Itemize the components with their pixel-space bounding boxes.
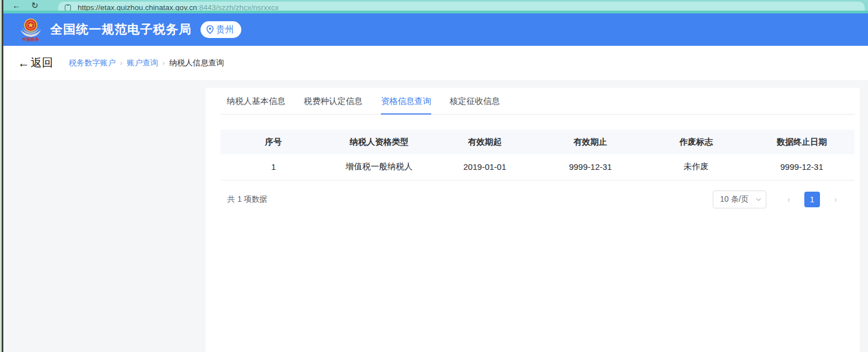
breadcrumb-bar: ← 返回 税务数字账户 › 账户查询 › 纳税人信息查询 — [0, 46, 868, 80]
site-info-icon[interactable] — [65, 4, 71, 11]
breadcrumb-separator-icon: › — [120, 59, 122, 67]
cell-seq: 1 — [221, 154, 326, 180]
prev-page-button[interactable]: ‹ — [781, 192, 797, 207]
breadcrumb-item-account-query[interactable]: 账户查询 — [127, 58, 158, 68]
browser-toolbar: ← ↻ https://etax.guizhou.chinatax.gov.cn… — [0, 0, 868, 11]
total-count-label: 共 1 项数据 — [227, 194, 268, 204]
col-void-flag: 作废标志 — [643, 130, 749, 154]
svg-text:中国税务: 中国税务 — [22, 37, 40, 42]
tab-taxpayer-basic-info[interactable]: 纳税人基本信息 — [227, 96, 285, 114]
col-data-end-date: 数据终止日期 — [749, 130, 855, 154]
query-result-card: 纳税人基本信息 税费种认定信息 资格信息查询 核定征收信息 序号 纳税人资格类型… — [206, 88, 860, 352]
app-header: 中国税务 全国统一规范电子税务局 贵州 — [0, 13, 868, 46]
col-qualification-type: 纳税人资格类型 — [326, 130, 432, 154]
col-valid-from: 有效期起 — [432, 130, 537, 154]
location-pin-icon — [206, 25, 214, 34]
browser-back-icon[interactable]: ← — [12, 0, 21, 11]
qualification-table: 序号 纳税人资格类型 有效期起 有效期止 作废标志 数据终止日期 1 增值税一般… — [221, 130, 855, 180]
back-button[interactable]: ← 返回 — [18, 55, 53, 70]
table-row: 1 增值税一般纳税人 2019-01-01 9999-12-31 未作废 999… — [221, 154, 855, 180]
breadcrumb-item-digital-account[interactable]: 税务数字账户 — [69, 58, 116, 68]
table-header-row: 序号 纳税人资格类型 有效期起 有效期止 作废标志 数据终止日期 — [221, 130, 855, 154]
app-title: 全国统一规范电子税务局 — [50, 21, 192, 38]
breadcrumb-separator-icon: › — [163, 59, 165, 67]
col-seq: 序号 — [221, 130, 326, 154]
location-label: 贵州 — [216, 24, 234, 36]
location-badge[interactable]: 贵州 — [201, 21, 241, 38]
tab-assessed-collection[interactable]: 核定征收信息 — [450, 96, 500, 114]
page-1-button[interactable]: 1 — [804, 192, 820, 207]
tax-bureau-logo-icon: 中国税务 — [18, 17, 43, 42]
breadcrumb-item-current: 纳税人信息查询 — [169, 58, 224, 68]
page-size-value: 10 条/页 — [720, 194, 756, 204]
page-content: 纳税人基本信息 税费种认定信息 资格信息查询 核定征收信息 序号 纳税人资格类型… — [0, 80, 868, 352]
browser-reload-icon[interactable]: ↻ — [31, 0, 39, 11]
page-size-select[interactable]: 10 条/页 — [713, 191, 766, 208]
col-valid-to: 有效期止 — [537, 130, 643, 154]
cell-valid-to: 9999-12-31 — [537, 154, 643, 180]
breadcrumb: 税务数字账户 › 账户查询 › 纳税人信息查询 — [69, 58, 224, 68]
table-footer: 共 1 项数据 10 条/页 ‹ 1 › — [221, 191, 855, 208]
cell-valid-from: 2019-01-01 — [432, 154, 537, 180]
back-label: 返回 — [31, 55, 53, 70]
cell-void-flag: 未作废 — [643, 154, 749, 180]
chevron-down-icon — [756, 198, 761, 201]
tab-tax-type-recognition[interactable]: 税费种认定信息 — [304, 96, 363, 114]
pagination: 10 条/页 ‹ 1 › — [713, 191, 843, 208]
window-border — [2, 0, 3, 352]
back-arrow-icon: ← — [18, 56, 30, 70]
next-page-button[interactable]: › — [828, 192, 843, 207]
cell-data-end-date: 9999-12-31 — [749, 154, 855, 180]
tab-bar: 纳税人基本信息 税费种认定信息 资格信息查询 核定征收信息 — [221, 96, 855, 115]
tab-qualification-info[interactable]: 资格信息查询 — [381, 96, 431, 114]
cell-qualification-type: 增值税一般纳税人 — [326, 154, 432, 180]
